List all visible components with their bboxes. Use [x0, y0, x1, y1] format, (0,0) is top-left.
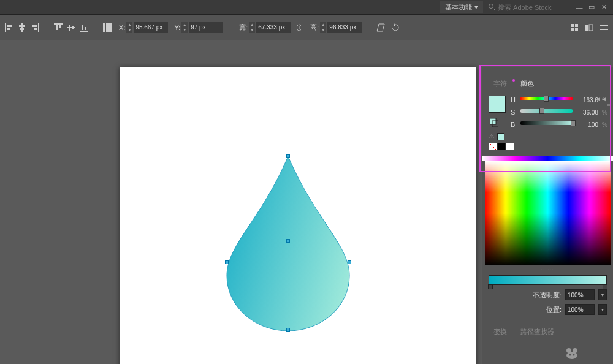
chevron-down-icon: ▾ — [474, 3, 478, 11]
svg-rect-17 — [80, 31, 88, 32]
opacity-input[interactable] — [565, 289, 595, 300]
tab-transform[interactable]: 变换 — [487, 325, 513, 339]
svg-rect-34 — [589, 25, 593, 31]
hue-slider[interactable] — [520, 97, 573, 103]
svg-rect-8 — [38, 23, 39, 32]
svg-rect-2 — [5, 23, 6, 32]
y-input[interactable] — [189, 22, 223, 33]
tab-color[interactable]: 颜色 — [514, 77, 540, 91]
sat-slider[interactable] — [520, 109, 573, 115]
y-step-up[interactable]: ▲ — [181, 22, 188, 28]
svg-rect-23 — [103, 26, 105, 29]
svg-rect-28 — [109, 29, 112, 32]
align-left-icon[interactable] — [4, 21, 15, 34]
search-adobe-stock[interactable] — [488, 3, 565, 12]
x-step-up[interactable]: ▲ — [126, 22, 132, 28]
h-step-up[interactable]: ▲ — [320, 22, 326, 28]
svg-point-42 — [569, 354, 571, 356]
align-vcenter-icon[interactable] — [66, 21, 77, 34]
h-step-down[interactable]: ▼ — [320, 28, 326, 33]
gradient-stop-end[interactable] — [603, 284, 607, 289]
canvas[interactable] — [120, 67, 476, 364]
svg-rect-19 — [85, 27, 86, 30]
workspace-label: 基本功能 — [445, 2, 472, 12]
spectrum-strip[interactable] — [482, 156, 613, 161]
svg-rect-31 — [571, 28, 574, 31]
align-bottom-icon[interactable] — [78, 21, 89, 34]
gradient-bar[interactable] — [489, 275, 607, 285]
position-input[interactable] — [565, 304, 595, 315]
svg-rect-21 — [106, 23, 109, 26]
sel-handle-center[interactable] — [286, 239, 290, 243]
align-right-icon[interactable] — [29, 21, 40, 34]
sat-value[interactable]: 36.08 — [576, 109, 598, 116]
arrange-docs-icon[interactable] — [569, 21, 580, 34]
svg-line-1 — [493, 8, 495, 10]
svg-rect-10 — [34, 28, 37, 30]
panel-divider[interactable]: :::::::: — [482, 267, 613, 270]
shear-icon[interactable] — [375, 21, 386, 34]
bri-value[interactable]: 100 — [576, 121, 598, 128]
w-step-down[interactable]: ▼ — [249, 28, 255, 33]
color-spectrum[interactable] — [485, 161, 611, 265]
bri-slider[interactable] — [520, 121, 573, 127]
align-hcenter-icon[interactable] — [17, 21, 28, 34]
y-step-down[interactable]: ▼ — [181, 28, 188, 33]
hue-label: H — [511, 96, 517, 104]
x-step-down[interactable]: ▼ — [126, 28, 132, 33]
sel-handle-right[interactable] — [348, 260, 351, 264]
sat-label: S — [511, 108, 517, 116]
minimize-button[interactable]: — — [575, 3, 584, 12]
h-input[interactable] — [327, 22, 362, 33]
none-swatch[interactable] — [489, 143, 497, 150]
w-step-up[interactable]: ▲ — [249, 22, 255, 28]
close-button[interactable]: ✕ — [600, 3, 608, 12]
transform-reference-icon[interactable] — [102, 21, 113, 34]
align-group-v — [53, 21, 89, 34]
black-swatch[interactable] — [497, 143, 506, 150]
position-dropdown[interactable]: ▼ — [598, 304, 607, 315]
sel-handle-left[interactable] — [225, 260, 229, 264]
in-gamut-swatch[interactable] — [497, 133, 504, 140]
svg-rect-37 — [490, 118, 496, 124]
panel-collapse-icon[interactable]: ◄◄ — [595, 96, 607, 102]
svg-rect-3 — [7, 25, 12, 27]
screen-mode-icon[interactable] — [584, 21, 595, 34]
opacity-dropdown[interactable]: ▼ — [598, 289, 607, 300]
align-group-h — [4, 21, 40, 34]
sat-unit: % — [602, 109, 607, 116]
gradient-stop-start[interactable] — [488, 284, 493, 289]
white-swatch[interactable] — [506, 143, 514, 150]
svg-rect-27 — [106, 29, 109, 32]
w-input[interactable] — [256, 22, 291, 33]
svg-rect-36 — [600, 29, 608, 30]
fill-stroke-toggle-icon[interactable] — [489, 116, 500, 129]
tab-pathfinder[interactable]: 路径查找器 — [514, 325, 560, 339]
more-options-icon[interactable] — [598, 21, 609, 34]
svg-rect-4 — [7, 28, 10, 30]
align-top-icon[interactable] — [53, 21, 64, 34]
svg-point-0 — [489, 4, 493, 8]
right-panel: ◄◄ 字符 颜色 ≡ H 163.0 ° — [482, 67, 613, 364]
gamut-warning-icon[interactable]: ⚠ — [489, 132, 495, 140]
svg-rect-14 — [67, 27, 75, 28]
search-input[interactable] — [498, 4, 565, 11]
svg-point-41 — [566, 352, 577, 359]
svg-point-43 — [573, 354, 575, 356]
y-label: Y: — [174, 24, 180, 31]
tab-character[interactable]: 字符 — [487, 77, 513, 91]
x-input[interactable] — [134, 22, 168, 33]
sel-handle-bottom[interactable] — [286, 328, 290, 332]
rotate-icon[interactable] — [390, 21, 401, 34]
panel-menu-icon[interactable]: ≡ — [607, 102, 611, 109]
foreground-swatch[interactable] — [489, 96, 506, 113]
svg-rect-7 — [20, 28, 24, 30]
position-label: 位置: — [546, 305, 562, 314]
workspace-switcher[interactable]: 基本功能 ▾ — [440, 1, 483, 13]
w-label: 宽: — [239, 23, 248, 32]
link-wh-icon[interactable] — [294, 23, 304, 32]
sel-handle-top[interactable] — [286, 154, 290, 158]
svg-rect-13 — [59, 25, 61, 28]
maximize-button[interactable]: ▭ — [587, 3, 596, 12]
svg-rect-15 — [69, 25, 70, 31]
